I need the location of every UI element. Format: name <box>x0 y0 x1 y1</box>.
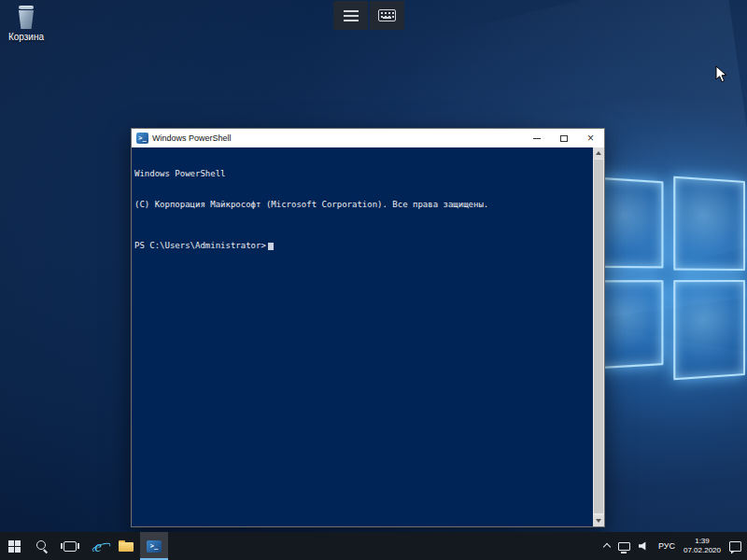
scroll-up-button[interactable] <box>593 147 604 159</box>
recycle-bin-lid <box>19 6 34 9</box>
internet-explorer-icon: e <box>94 539 102 554</box>
arrow-up-icon <box>596 151 601 155</box>
action-center-icon <box>729 541 741 552</box>
system-tray: РУС 1:39 07.02.2020 <box>604 532 747 560</box>
arrow-down-icon <box>596 519 601 523</box>
console-output[interactable]: Windows PowerShell (C) Корпорация Майкро… <box>132 147 593 526</box>
start-button[interactable] <box>0 532 28 560</box>
windows-logo-pane <box>673 176 745 271</box>
file-explorer-button[interactable] <box>112 532 140 560</box>
close-button[interactable]: × <box>577 129 604 147</box>
recycle-bin-label: Корзина <box>2 32 50 42</box>
console-toolbar <box>333 1 404 30</box>
network-icon <box>618 542 630 551</box>
network-status-button[interactable] <box>618 542 630 551</box>
internet-explorer-button[interactable]: e <box>84 532 112 560</box>
desktop: Корзина >_ Windows PowerShell <box>0 0 747 560</box>
window-titlebar[interactable]: >_ Windows PowerShell × <box>132 129 604 147</box>
minimize-icon <box>533 138 541 139</box>
recycle-bin-shortcut[interactable]: Корзина <box>2 6 50 42</box>
recycle-bin-body <box>19 10 34 29</box>
windows-logo-pane <box>673 280 745 380</box>
powershell-window: >_ Windows PowerShell × Windows PowerShe… <box>131 128 605 527</box>
console-prompt: PS C:\Users\Administrator> <box>134 241 266 251</box>
close-icon: × <box>587 133 594 144</box>
clock-date: 07.02.2020 <box>684 546 721 555</box>
task-view-button[interactable] <box>56 532 84 560</box>
maximize-button[interactable] <box>550 129 577 147</box>
powershell-taskbar-button[interactable]: >_ <box>140 532 168 560</box>
recycle-bin-icon <box>16 6 36 30</box>
window-title: Windows PowerShell <box>152 133 523 143</box>
minimize-button[interactable] <box>523 129 550 147</box>
taskbar: e >_ РУС 1:39 07.02.2020 <box>0 532 747 560</box>
mouse-pointer <box>715 65 728 88</box>
windows-start-icon <box>8 540 21 553</box>
language-indicator[interactable]: РУС <box>658 541 675 551</box>
maximize-icon <box>560 135 568 142</box>
powershell-icon: >_ <box>147 540 162 553</box>
scroll-down-button[interactable] <box>593 515 604 526</box>
windows-logo-pane <box>596 177 663 269</box>
console-menu-button[interactable] <box>333 1 368 30</box>
volume-button[interactable] <box>639 541 650 551</box>
console-line: (C) Корпорация Майкрософт (Microsoft Cor… <box>134 200 590 210</box>
clock[interactable]: 1:39 07.02.2020 <box>684 537 721 555</box>
console-scrollbar[interactable] <box>593 147 604 526</box>
keyboard-icon <box>378 9 396 21</box>
folder-icon <box>119 540 134 552</box>
windows-logo-pane <box>596 280 663 369</box>
windows-logo <box>596 169 745 388</box>
task-view-icon <box>63 541 77 552</box>
action-center-button[interactable] <box>729 541 741 552</box>
chevron-up-icon <box>603 543 611 551</box>
console-prompt-row: PS C:\Users\Administrator> <box>134 241 590 251</box>
search-icon <box>36 540 49 553</box>
hamburger-menu-icon <box>344 10 359 21</box>
console-keyboard-button[interactable] <box>370 1 404 30</box>
powershell-app-icon: >_ <box>136 133 148 144</box>
speaker-icon <box>639 541 650 551</box>
scrollbar-thumb[interactable] <box>594 160 603 513</box>
console-line: Windows PowerShell <box>134 169 590 179</box>
window-controls: × <box>523 129 604 147</box>
hidden-icons-button[interactable] <box>604 542 610 550</box>
console-caret <box>268 243 274 250</box>
clock-time: 1:39 <box>684 537 721 546</box>
taskbar-search-button[interactable] <box>28 532 56 560</box>
